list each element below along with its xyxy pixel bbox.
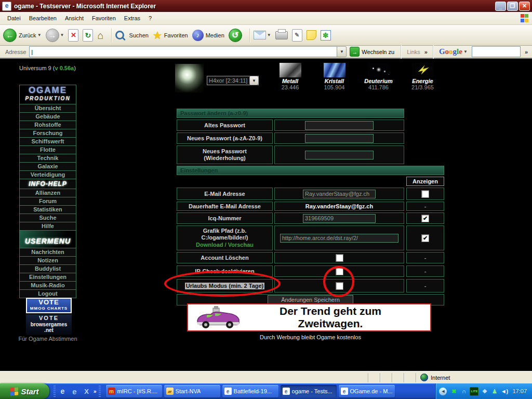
grafik-download-link[interactable]: Download / Vorschau (196, 242, 254, 248)
task-ogame-active[interactable]: e ogame - Tests... (281, 385, 337, 397)
sidebar-item-einstellungen[interactable]: Einstellungen (20, 273, 76, 281)
passwort-wiederholung-input[interactable] (305, 151, 374, 159)
lightning-bolt (416, 64, 430, 76)
favorites-button[interactable]: ★ Favoriten (153, 29, 188, 42)
tray-xfire-icon[interactable]: ✖ (450, 388, 458, 395)
address-input[interactable]: | (29, 46, 337, 57)
address-bar: Adresse | ▼ → Wechseln zu Links » G o o … (0, 46, 532, 59)
minimize-button[interactable]: _ (495, 2, 506, 11)
task-ogame-de[interactable]: e OGame.de - M... (339, 385, 395, 397)
sidebar-item-rohstoffe[interactable]: Rohstoffe (20, 121, 76, 129)
menu-bar: Datei Bearbeiten Ansicht Favoriten Extra… (0, 12, 532, 25)
tray-messenger-icon[interactable]: ❖ (481, 388, 488, 395)
sidebar-item-schiffswerft[interactable]: Schiffswerft (20, 137, 76, 145)
tray-headset-icon[interactable]: ∩ (460, 388, 468, 395)
sidebar-item-buddylist[interactable]: Buddylist (20, 264, 76, 273)
quick-launch-x-icon[interactable]: X (82, 387, 91, 396)
altes-passwort-label: Altes Passwort (177, 119, 273, 131)
links-chevron-icon[interactable]: » (424, 49, 428, 55)
quick-launch-overflow-icon[interactable]: » (94, 389, 97, 394)
sidebar-item-suche[interactable]: Suche (20, 214, 76, 222)
sidebar-item-notizen[interactable]: Notizen (20, 256, 76, 264)
tray-volume-icon[interactable]: ◄) (500, 388, 508, 395)
history-button[interactable]: ↺ (229, 29, 242, 42)
sidebar-item-verteidigung[interactable]: Verteidigung (20, 170, 76, 179)
forward-dropdown-icon[interactable]: ▼ (60, 33, 64, 37)
back-dropdown-icon[interactable]: ▼ (37, 33, 42, 37)
ie-page-icon: e (341, 388, 348, 395)
icq-label: Icq-Nummer (177, 212, 273, 224)
back-button[interactable]: ← Zurück ▼ (3, 29, 42, 42)
sidebar-item-forschung[interactable]: Forschung (20, 129, 76, 137)
start-button[interactable]: Start (0, 383, 49, 399)
go-button[interactable]: → Wechseln zu (350, 47, 394, 57)
sidebar-item-allianzen[interactable]: Allianzen (20, 189, 76, 197)
restore-button[interactable]: ❐ (507, 2, 518, 11)
toolbar-separator (249, 29, 250, 42)
sidebar-item-nachrichten[interactable]: Nachrichten (20, 248, 76, 256)
altes-passwort-input[interactable] (305, 121, 374, 130)
mail-dropdown-icon[interactable]: ▼ (267, 33, 271, 37)
sidebar-item-forum[interactable]: Forum (20, 197, 76, 205)
tray-lite-icon[interactable]: LITE (470, 387, 478, 396)
account-loeschen-checkbox[interactable]: ✔ (336, 254, 343, 262)
search-button[interactable]: Suchen (115, 31, 149, 39)
sidebar-item-technik[interactable]: Technik (20, 154, 76, 162)
task-battlefield[interactable]: e Battlefield-19... (222, 385, 278, 397)
tray-collapse-icon[interactable]: ◄ (439, 388, 447, 395)
close-button[interactable]: ✕ (519, 2, 530, 11)
sidebar-item-hilfe[interactable]: Hilfe (20, 222, 76, 230)
task-start-nva[interactable]: ▰ Start-NVA (164, 385, 220, 397)
planet-select[interactable]: H4xor [2:34:11] ▼ (207, 76, 259, 85)
quick-launch-ie2-icon[interactable]: e (70, 387, 79, 396)
address-dropdown-button[interactable]: ▼ (337, 46, 347, 57)
ad-banner[interactable]: Der Trend geht zum Zweitwagen. (187, 303, 431, 331)
toolbar-overflow-chevron-icon[interactable]: » (525, 49, 528, 55)
icq-button[interactable]: ✽ (321, 30, 331, 41)
home-button[interactable]: ⌂ (97, 30, 103, 41)
google-toolbar-logo[interactable]: G o o g l e ▼ (439, 47, 468, 56)
back-icon: ← (3, 29, 17, 42)
grafik-pfad-input[interactable] (280, 234, 398, 243)
menu-favoriten[interactable]: Favoriten (88, 14, 120, 23)
forward-button[interactable]: → ▼ (46, 29, 64, 42)
sidebar-item-logout[interactable]: Logout (20, 289, 76, 298)
favorites-label: Favoriten (164, 32, 188, 38)
email-input[interactable] (303, 190, 376, 198)
sidebar-item-statistiken[interactable]: Statistiken (20, 205, 76, 214)
sidebar-item-uebersicht[interactable]: Übersicht (20, 104, 76, 112)
vote-browsergames-banner[interactable]: VOTE browsergames .net (26, 314, 72, 335)
google-dropdown-icon[interactable]: ▼ (463, 49, 468, 54)
quick-launch-ie-icon[interactable]: e (58, 387, 67, 396)
menu-bearbeiten[interactable]: Bearbeiten (25, 14, 61, 23)
sidebar-item-musik-radio[interactable]: Musik-Radio (20, 281, 76, 289)
neues-passwort-input[interactable] (305, 134, 374, 143)
mail-button[interactable]: ▼ (254, 31, 271, 39)
messenger-note-button[interactable] (307, 30, 316, 40)
email-anzeigen-checkbox[interactable]: ✔ (421, 190, 429, 198)
sidebar-item-galaxie[interactable]: Galaxie (20, 162, 76, 170)
print-button[interactable] (275, 31, 288, 39)
grafik-anzeigen-checkbox[interactable]: ✔ (421, 234, 429, 242)
urlaub-anzeigen-cell: - (406, 279, 444, 292)
menu-extras[interactable]: Extras (120, 14, 144, 23)
resource-value: 411.786 (356, 84, 401, 90)
text-caret: | (31, 49, 33, 55)
task-mirc[interactable]: m mIRC - [#S.R.... (106, 385, 162, 397)
refresh-button[interactable]: ↻ (83, 29, 93, 42)
vote-mmog-banner[interactable]: VOTE MMOG CHARTS (26, 298, 72, 313)
google-search-input[interactable] (472, 46, 521, 57)
media-button[interactable]: ♪ Medien (192, 30, 224, 41)
links-label[interactable]: Links (407, 49, 420, 55)
planet-select-dropdown-icon[interactable]: ▼ (249, 76, 258, 85)
edit-button[interactable]: ✎ (292, 29, 302, 42)
icq-input[interactable] (303, 214, 376, 223)
menu-help[interactable]: ? (144, 14, 156, 23)
menu-ansicht[interactable]: Ansicht (61, 14, 88, 23)
sidebar-item-gebaeude[interactable]: Gebäude (20, 112, 76, 121)
menu-datei[interactable]: Datei (3, 14, 25, 23)
stop-button[interactable]: ✕ (68, 29, 78, 42)
icq-anzeigen-checkbox[interactable]: ✔ (421, 215, 429, 222)
sidebar-item-flotte[interactable]: Flotte (20, 145, 76, 154)
tray-person-icon[interactable]: ♟ (490, 388, 498, 395)
